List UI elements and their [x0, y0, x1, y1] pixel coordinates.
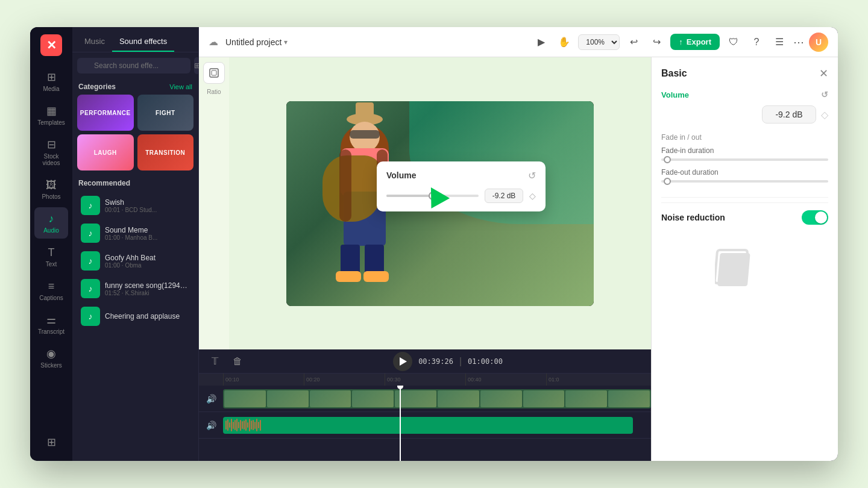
sidebar-expand-btn[interactable]: ⊞ [34, 431, 68, 454]
video-track-content[interactable] [223, 388, 651, 410]
categories-header: Categories View all [72, 79, 198, 95]
volume-keyframe-btn[interactable]: ◇ [821, 109, 828, 120]
text-tool-btn[interactable]: 𝕋 [206, 353, 223, 370]
sidebar-item-captions[interactable]: ≡ Captions [34, 275, 68, 306]
video-thumb-7 [480, 390, 522, 407]
sidebar-item-media[interactable]: ⊞ Media [34, 66, 68, 97]
track-name-funny: funny scene song(1294833) [105, 281, 190, 290]
search-wrapper: 🔍 [77, 58, 190, 74]
canvas-main: Ratio [199, 57, 651, 461]
content-area: ☁ Untitled project ▾ ▶ ✋ 100% ↩ ↪ ↑ Expo… [199, 27, 838, 461]
tab-sound-effects[interactable]: Sound effects [112, 32, 174, 52]
track-item-swish[interactable]: ♪ Swish 00:01 · BCD Stud... [75, 192, 196, 219]
middle-section: Ratio [199, 57, 838, 461]
ruler-mark-30: 00:30 [385, 374, 465, 386]
toggle-thumb [815, 211, 827, 224]
sidebar-item-templates[interactable]: ▦ Templates [34, 99, 68, 131]
noise-reduction-toggle[interactable] [802, 210, 828, 225]
ratio-label: Ratio [207, 89, 221, 95]
zoom-selector[interactable]: 100% [578, 34, 620, 50]
wbar-5 [233, 422, 234, 429]
project-chevron-icon: ▾ [284, 38, 288, 46]
fade-in-slider[interactable] [661, 158, 828, 161]
export-button[interactable]: ↑ Export [670, 34, 720, 50]
sound-effects-panel: Music Sound effects 🔍 ⊞ Categories View … [72, 27, 199, 461]
fade-in-thumb [664, 156, 671, 163]
category-transition[interactable]: TRANSITION [137, 134, 194, 170]
help-btn[interactable]: ? [747, 33, 766, 51]
panel-tabs: Music Sound effects [72, 27, 198, 52]
volume-slider-row: -9.2 dB ◇ [386, 189, 536, 203]
video-thumb-9 [565, 390, 607, 407]
project-name[interactable]: Untitled project ▾ [225, 37, 288, 47]
tab-music[interactable]: Music [77, 32, 112, 52]
track-item-goofy[interactable]: ♪ Goofy Ahh Beat 01:00 · Obma [75, 248, 196, 274]
track-item-funny[interactable]: ♪ funny scene song(1294833) 01:52 · K.Sh… [75, 275, 196, 302]
list-btn[interactable]: ☰ [770, 33, 788, 51]
sidebar-item-transcript[interactable]: ⚌ Transcript [34, 308, 68, 340]
canvas-left-tools: Ratio [199, 57, 229, 349]
sidebar-label-transcript: Transcript [38, 328, 64, 335]
wbar-14 [249, 419, 250, 432]
recommended-header: Recommended [72, 175, 198, 191]
cursor-tool-btn[interactable]: ▶ [532, 33, 550, 51]
sidebar-label-text: Text [46, 261, 57, 267]
track-item-cheering[interactable]: ♪ Cheering and applause [75, 303, 196, 330]
track-info-sound-meme: Sound Meme 01:00 · Manhoa B... [105, 226, 190, 241]
category-label-transition: TRANSITION [145, 149, 185, 156]
category-performance[interactable]: PERFORMANCE [77, 95, 134, 131]
audio-track-icon: 🔊 [199, 421, 223, 430]
volume-value-display: -9.2 dB [485, 189, 523, 203]
right-panel: Basic ✕ Volume ↺ -9.2 dB ◇ Fade in / out [651, 57, 838, 461]
video-thumb-8 [523, 390, 565, 407]
play-button[interactable] [393, 352, 412, 371]
svg-rect-1 [212, 70, 216, 75]
close-panel-btn[interactable]: ✕ [819, 67, 828, 80]
sidebar-label-stickers: Stickers [40, 362, 62, 369]
wbar-2 [227, 419, 228, 431]
sidebar-item-photos[interactable]: 🖼 Photos [34, 174, 68, 205]
video-thumb-6 [438, 390, 479, 407]
volume-popup-header: Volume ↺ [386, 170, 536, 181]
sidebar-item-stickers[interactable]: ◉ Stickers [34, 342, 68, 374]
redo-btn[interactable]: ↪ [647, 33, 665, 51]
track-icon-cheering: ♪ [81, 307, 100, 326]
video-thumb-10 [608, 390, 650, 407]
sidebar-item-audio[interactable]: ♪ Audio [34, 207, 68, 239]
sidebar-label-audio: Audio [43, 227, 59, 234]
user-avatar[interactable]: U [809, 33, 828, 52]
sidebar-item-text[interactable]: T Text [34, 241, 68, 272]
photos-icon: 🖼 [45, 178, 58, 192]
sidebar-item-stock-videos[interactable]: ⊟ Stock videos [34, 133, 68, 171]
shoe-right [363, 271, 389, 282]
shield-btn[interactable]: 🛡 [725, 33, 743, 51]
category-laugh[interactable]: LAUGH [77, 134, 134, 170]
export-label: Export [687, 37, 711, 46]
video-track-row: 🔊 [199, 386, 651, 412]
templates-icon: ▦ [45, 104, 58, 117]
track-meta-sound-meme: 01:00 · Manhoa B... [105, 234, 190, 241]
ratio-btn[interactable] [203, 62, 225, 84]
playhead[interactable] [400, 386, 401, 461]
volume-reset-btn[interactable]: ↺ [821, 90, 828, 99]
delete-btn[interactable]: 🗑 [229, 353, 246, 370]
project-name-text: Untitled project [225, 37, 281, 47]
shoe-left [336, 271, 361, 282]
app-logo[interactable]: ✕ [40, 34, 62, 56]
play-icon [400, 357, 407, 366]
fade-out-label: Fade-out duration [661, 168, 828, 177]
search-input[interactable] [77, 58, 190, 74]
track-item-sound-meme[interactable]: ♪ Sound Meme 01:00 · Manhoa B... [75, 220, 196, 246]
fade-out-slider[interactable] [661, 180, 828, 183]
canvas-area: Ratio [199, 57, 651, 349]
hand-tool-btn[interactable]: ✋ [555, 33, 573, 51]
more-icon[interactable]: ⋯ [793, 36, 804, 49]
undo-btn[interactable]: ↩ [624, 33, 643, 51]
view-all-link[interactable]: View all [169, 83, 192, 90]
volume-reset-btn[interactable]: ↺ [528, 170, 536, 181]
sidebar-label-media: Media [43, 86, 59, 92]
wbar-3 [229, 422, 230, 428]
category-fight[interactable]: FIGHT [137, 95, 194, 131]
volume-diamond-btn[interactable]: ◇ [529, 191, 536, 201]
audio-track-content[interactable] [223, 414, 651, 436]
